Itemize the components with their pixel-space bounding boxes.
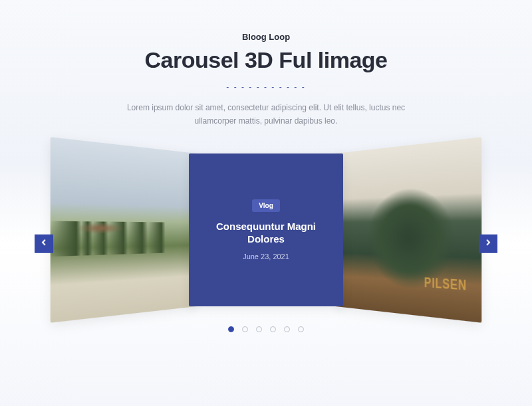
carousel-pagination [0,326,532,332]
chevron-left-icon [39,237,49,251]
carousel-container: Vlog Consequuntur Magni Dolores June 23,… [0,153,532,340]
carousel-dot[interactable] [256,326,262,332]
slide-image-landscape [51,137,197,322]
carousel-dot[interactable] [298,326,304,332]
carousel-slide-center[interactable]: Vlog Consequuntur Magni Dolores June 23,… [189,153,343,306]
slide-category-tag[interactable]: Vlog [252,199,280,212]
carousel-dot[interactable] [270,326,276,332]
carousel-next-button[interactable] [479,235,497,253]
carousel: Vlog Consequuntur Magni Dolores June 23,… [0,153,532,320]
page-subtitle: Bloog Loop [0,32,532,42]
chevron-right-icon [483,237,493,251]
page-title: Carousel 3D Ful limage [0,47,532,73]
title-divider: - - - - - - - - - - - [0,82,532,92]
carousel-prev-button[interactable] [35,235,53,253]
carousel-dot[interactable] [228,326,234,332]
carousel-dot[interactable] [242,326,248,332]
page-header: Bloog Loop Carousel 3D Ful limage - - - … [0,0,532,128]
carousel-dot[interactable] [284,326,290,332]
slide-title: Consequuntur Magni Dolores [202,220,330,246]
slide-date: June 23, 2021 [243,253,289,260]
slide-image-backpack [335,137,481,322]
carousel-slide-left[interactable] [51,137,197,322]
carousel-slide-right[interactable] [335,137,481,322]
page-description: Lorem ipsum dolor sit amet, consectetur … [126,101,406,128]
